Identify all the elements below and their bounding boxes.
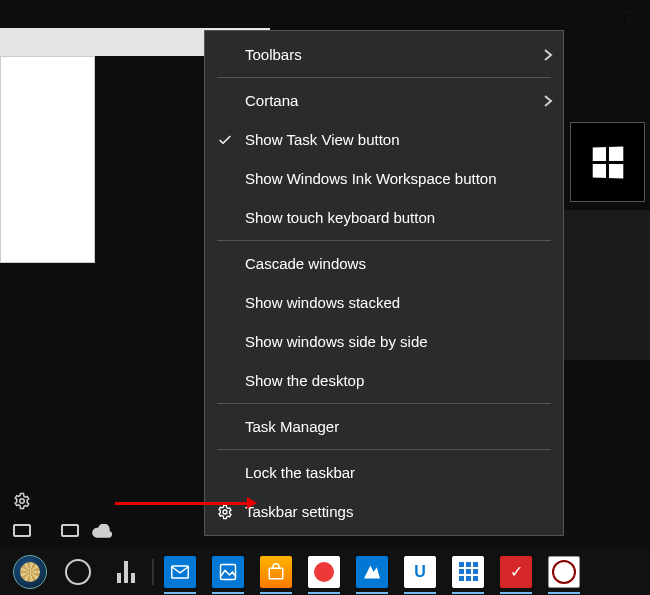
cloud-icon[interactable] — [88, 524, 116, 538]
menu-item-label: Lock the taskbar — [245, 464, 533, 481]
store-icon — [260, 556, 292, 588]
menu-item-label: Show windows stacked — [245, 294, 533, 311]
annotation-arrow-head — [247, 497, 257, 509]
mail-icon — [164, 556, 196, 588]
taskbar-app-red[interactable]: ✓ — [492, 548, 540, 595]
menu-item-label: Show Windows Ink Workspace button — [245, 170, 533, 187]
grid-icon — [452, 556, 484, 588]
start-shell-icon — [20, 562, 40, 582]
chevron-right-icon — [533, 94, 563, 108]
menu-separator — [217, 240, 551, 241]
vivaldi-icon — [308, 556, 340, 588]
desktop: T ToolbarsCortanaShow Task View buttonSh… — [0, 0, 650, 595]
svg-point-0 — [20, 499, 25, 504]
menu-item-show-touch-keyboard-button[interactable]: Show touch keyboard button — [205, 198, 563, 237]
bg-card-letter: T — [623, 6, 636, 32]
bg-windows-tile — [570, 122, 645, 202]
menu-item-show-the-desktop[interactable]: Show the desktop — [205, 361, 563, 400]
circle-icon — [548, 556, 580, 588]
bg-region — [563, 210, 650, 360]
menu-item-show-windows-stacked[interactable]: Show windows stacked — [205, 283, 563, 322]
u-icon: U — [404, 556, 436, 588]
cortana-button[interactable] — [54, 548, 102, 595]
panel-icon[interactable] — [8, 524, 36, 537]
taskbar-app-photos[interactable] — [204, 548, 252, 595]
taskbar-divider — [152, 559, 154, 585]
menu-item-toolbars[interactable]: Toolbars — [205, 35, 563, 74]
svg-rect-4 — [269, 568, 283, 579]
menu-item-show-windows-ink-workspace-button[interactable]: Show Windows Ink Workspace button — [205, 159, 563, 198]
taskbar-apps: U✓ — [156, 548, 588, 595]
taskbar-app-mail[interactable] — [156, 548, 204, 595]
windows-logo-icon — [593, 146, 624, 178]
menu-item-show-windows-side-by-side[interactable]: Show windows side by side — [205, 322, 563, 361]
photos-icon — [212, 556, 244, 588]
check-icon — [205, 132, 245, 148]
gear-icon — [205, 504, 245, 520]
menu-item-show-task-view-button[interactable]: Show Task View button — [205, 120, 563, 159]
start-button[interactable] — [6, 548, 54, 595]
menu-item-task-manager[interactable]: Task Manager — [205, 407, 563, 446]
task-view-icon — [117, 561, 135, 583]
panel-icon[interactable] — [56, 524, 84, 537]
menu-item-label: Cortana — [245, 92, 533, 109]
annotation-arrow — [115, 502, 251, 505]
menu-item-label: Task Manager — [245, 418, 533, 435]
cortana-icon — [65, 559, 91, 585]
menu-item-label: Cascade windows — [245, 255, 533, 272]
taskbar: U✓ — [0, 548, 650, 595]
chevron-right-icon — [533, 48, 563, 62]
share-icon — [356, 556, 388, 588]
settings-gear-icon[interactable] — [8, 492, 36, 510]
taskbar-context-menu: ToolbarsCortanaShow Task View buttonShow… — [204, 30, 564, 536]
menu-separator — [217, 403, 551, 404]
taskbar-app-store[interactable] — [252, 548, 300, 595]
svg-point-1 — [223, 510, 227, 514]
menu-item-label: Taskbar settings — [245, 503, 533, 520]
menu-item-label: Show Task View button — [245, 131, 533, 148]
menu-item-cortana[interactable]: Cortana — [205, 81, 563, 120]
task-view-button[interactable] — [102, 548, 150, 595]
bg-card: T — [0, 56, 95, 263]
menu-item-cascade-windows[interactable]: Cascade windows — [205, 244, 563, 283]
taskbar-app-circle[interactable] — [540, 548, 588, 595]
taskbar-app-u[interactable]: U — [396, 548, 444, 595]
taskbar-app-vivaldi[interactable] — [300, 548, 348, 595]
menu-separator — [217, 77, 551, 78]
menu-item-label: Toolbars — [245, 46, 533, 63]
taskbar-app-grid[interactable] — [444, 548, 492, 595]
taskbar-app-share[interactable] — [348, 548, 396, 595]
menu-item-taskbar-settings[interactable]: Taskbar settings — [205, 492, 563, 531]
red-icon: ✓ — [500, 556, 532, 588]
menu-item-label: Show the desktop — [245, 372, 533, 389]
menu-item-lock-the-taskbar[interactable]: Lock the taskbar — [205, 453, 563, 492]
menu-item-label: Show touch keyboard button — [245, 209, 533, 226]
menu-item-label: Show windows side by side — [245, 333, 533, 350]
menu-separator — [217, 449, 551, 450]
bg-region — [0, 0, 292, 28]
